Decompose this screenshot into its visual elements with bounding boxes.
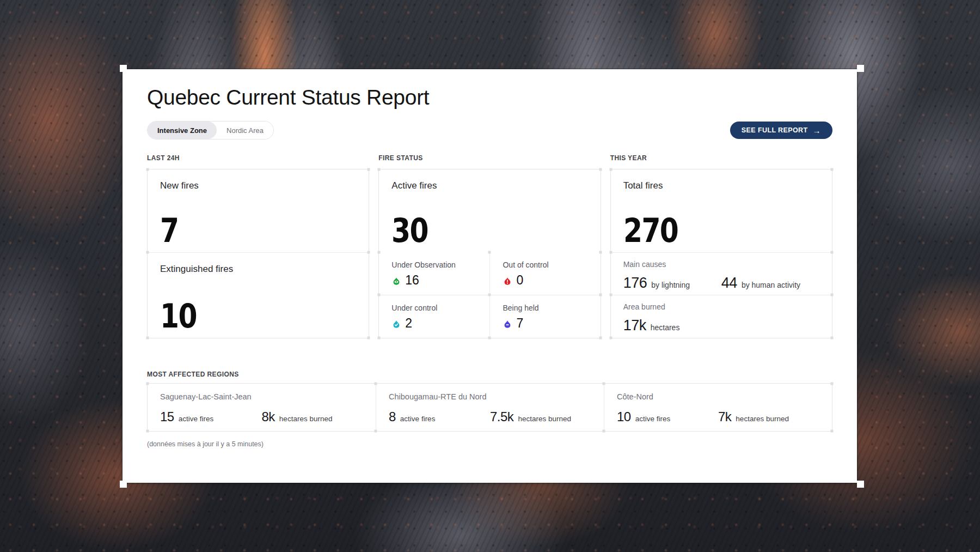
anchor-dot [609, 294, 612, 296]
region-active-fires-unit: active fires [179, 415, 214, 423]
anchor-dot [367, 168, 370, 171]
region-active-fires-value: 8 [389, 409, 396, 424]
last-24h-header: LAST 24H [147, 154, 369, 162]
anchor-dot [599, 251, 602, 254]
being-held-cell: Being held 7 [489, 295, 600, 337]
total-fires-label: Total fires [623, 180, 663, 191]
anchor-dot [609, 251, 612, 254]
region-hectares-unit: hectares burned [279, 415, 333, 423]
extinguished-fires-value: 10 [160, 301, 197, 331]
lightning-count: 176 [623, 275, 647, 292]
total-fires-card: Total fires 270 [611, 169, 832, 252]
see-full-report-label: SEE FULL REPORT [742, 126, 808, 134]
under-control-cell: Under control 2 [379, 295, 489, 337]
being-held-value: 7 [516, 316, 523, 331]
out-of-control-value: 0 [516, 273, 523, 288]
fire-status-header: FIRE STATUS [378, 154, 601, 162]
anchor-dot [831, 337, 834, 339]
anchor-dot [831, 430, 834, 433]
lightning-unit: by lightning [651, 281, 690, 289]
out-of-control-cell: Out of control 0 [489, 252, 600, 295]
selection-handle-top-right[interactable] [857, 65, 864, 72]
tab-intensive-zone[interactable]: Intensive Zone [148, 122, 217, 139]
anchor-dot [378, 337, 381, 339]
region-active-fires-value: 10 [617, 409, 631, 424]
anchor-dot [831, 383, 834, 385]
region-hectares-unit: hectares burned [736, 415, 789, 423]
region-name: Côte-Nord [617, 392, 832, 401]
region-card-chibougamau: Chibougamau-RTE du Nord 8 active fires 7… [376, 384, 604, 431]
anchor-dot [831, 168, 834, 171]
under-observation-value: 16 [405, 273, 419, 288]
stats-grid: New fires 7 Extinguished fires 10 Active… [147, 169, 832, 338]
total-fires-value: 270 [623, 216, 678, 246]
area-burned-value: 17k [623, 317, 646, 334]
anchor-dot [488, 337, 491, 339]
region-active-fires-unit: active fires [400, 415, 436, 423]
region-name: Chibougamau-RTE du Nord [389, 392, 604, 401]
active-fires-label: Active fires [391, 180, 437, 191]
anchor-dot [609, 168, 612, 171]
new-fires-value: 7 [160, 216, 178, 246]
toolbar: Intensive Zone Nordic Area SEE FULL REPO… [147, 121, 832, 139]
see-full-report-button[interactable]: SEE FULL REPORT → [730, 122, 832, 139]
region-card-cote-nord: Côte-Nord 10 active fires 7k hectares bu… [604, 384, 832, 431]
anchor-dot [378, 294, 381, 296]
region-name: Saguenay-Lac-Saint-Jean [160, 392, 376, 401]
anchor-dot [609, 337, 612, 339]
anchor-dot [599, 168, 602, 171]
under-observation-label: Under Observation [391, 260, 489, 269]
regions-panel: Saguenay-Lac-Saint-Jean 15 active fires … [147, 383, 832, 432]
most-affected-regions-header: MOST AFFECTED REGIONS [147, 371, 239, 378]
anchor-dot [488, 294, 491, 296]
extinguished-fires-card: Extinguished fires 10 [148, 252, 369, 338]
flame-minus-icon [503, 319, 512, 329]
flame-eye-icon [391, 276, 401, 286]
new-fires-label: New fires [160, 180, 199, 191]
selection-handle-bottom-left[interactable] [120, 481, 127, 488]
flame-exclamation-icon [503, 276, 512, 286]
selection-handle-bottom-right[interactable] [857, 481, 864, 488]
region-hectares-unit: hectares burned [518, 415, 571, 423]
flame-check-icon [391, 319, 401, 329]
area-burned-cell: Area burned 17k hectares [611, 295, 832, 338]
anchor-dot [599, 294, 602, 296]
extinguished-fires-label: Extinguished fires [160, 264, 233, 275]
area-burned-unit: hectares [651, 323, 680, 332]
tab-nordic-area[interactable]: Nordic Area [217, 122, 273, 139]
active-fires-card: Active fires 30 [379, 169, 600, 252]
anchor-dot [488, 251, 491, 254]
anchor-dot [146, 337, 149, 339]
section-headers: LAST 24H FIRE STATUS THIS YEAR [147, 154, 832, 162]
zone-tabs: Intensive Zone Nordic Area [147, 121, 274, 139]
this-year-header: THIS YEAR [610, 154, 832, 162]
anchor-dot [378, 168, 381, 171]
active-fires-value: 30 [391, 216, 428, 246]
region-hectares-value: 7.5k [490, 409, 513, 424]
anchor-dot [146, 430, 149, 433]
anchor-dot [367, 337, 370, 339]
under-observation-cell: Under Observation 16 [379, 252, 489, 295]
anchor-dot [146, 251, 149, 254]
anchor-dot [599, 337, 602, 339]
data-updated-note: (données mises à jour il y a 5 minutes) [147, 440, 264, 448]
report-card: Quebec Current Status Report Intensive Z… [122, 69, 857, 483]
page-title: Quebec Current Status Report [147, 86, 429, 110]
selection-handle-top-left[interactable] [120, 65, 127, 72]
anchor-dot [831, 251, 834, 254]
under-control-value: 2 [405, 316, 412, 331]
arrow-right-icon: → [813, 126, 821, 135]
human-activity-count: 44 [721, 275, 737, 292]
anchor-dot [378, 251, 381, 254]
under-control-label: Under control [391, 304, 489, 312]
anchor-dot [602, 383, 605, 385]
new-fires-card: New fires 7 [148, 169, 369, 252]
region-hectares-value: 8k [262, 409, 275, 424]
region-card-saguenay: Saguenay-Lac-Saint-Jean 15 active fires … [148, 384, 376, 431]
anchor-dot [367, 251, 370, 254]
fire-status-panel: Active fires 30 Under Observation 16 [378, 169, 601, 338]
being-held-label: Being held [503, 304, 600, 312]
main-causes-label: Main causes [623, 260, 819, 269]
area-burned-label: Area burned [623, 302, 819, 311]
main-causes-cell: Main causes 176 by lightning 44 by human… [611, 252, 832, 295]
